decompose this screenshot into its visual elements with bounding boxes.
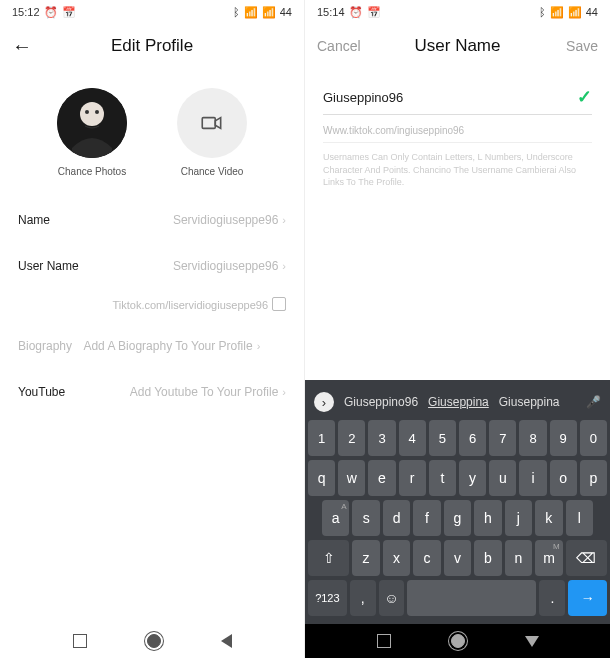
key-w[interactable]: w	[338, 460, 365, 496]
key-s[interactable]: s	[352, 500, 379, 536]
key-h[interactable]: h	[474, 500, 501, 536]
key-comma[interactable]: ,	[350, 580, 376, 616]
key-p[interactable]: p	[580, 460, 607, 496]
key-e[interactable]: e	[368, 460, 395, 496]
svg-rect-4	[202, 118, 215, 129]
biography-field[interactable]: Biography Add A Biography To Your Profil…	[18, 323, 286, 369]
key-g[interactable]: g	[444, 500, 471, 536]
status-time: 15:12	[12, 6, 40, 18]
suggestion[interactable]: Giuseppina	[428, 395, 489, 409]
key-v[interactable]: v	[444, 540, 472, 576]
chevron-right-icon: ›	[282, 214, 286, 226]
key-3[interactable]: 3	[368, 420, 395, 456]
help-text: Usernames Can Only Contain Letters, L Nu…	[323, 151, 592, 189]
wifi-icon: 📶	[262, 6, 276, 19]
alarm-icon: ⏰	[44, 6, 58, 19]
url-preview: Www.tiktok.com/ingiuseppino96	[323, 125, 592, 143]
username-label: User Name	[18, 259, 79, 273]
keyboard: › Giuseppino96 Giuseppina Giuseppina 🎤 1…	[305, 380, 610, 624]
key-f[interactable]: f	[413, 500, 440, 536]
key-2[interactable]: 2	[338, 420, 365, 456]
key-b[interactable]: b	[474, 540, 502, 576]
key-i[interactable]: i	[519, 460, 546, 496]
svg-point-3	[95, 110, 99, 114]
key-o[interactable]: o	[550, 460, 577, 496]
key-9[interactable]: 9	[550, 420, 577, 456]
bluetooth-icon: ᛒ	[539, 6, 546, 18]
key-8[interactable]: 8	[519, 420, 546, 456]
back-button[interactable]	[525, 636, 539, 647]
cancel-button[interactable]: Cancel	[317, 38, 367, 54]
change-video[interactable]: Chance Video	[177, 88, 247, 177]
key-5[interactable]: 5	[429, 420, 456, 456]
chevron-right-icon: ›	[257, 340, 261, 352]
back-button[interactable]	[221, 634, 232, 648]
key-enter[interactable]: →	[568, 580, 607, 616]
suggestion[interactable]: Giuseppino96	[344, 395, 418, 409]
key-y[interactable]: y	[459, 460, 486, 496]
key-q[interactable]: q	[308, 460, 335, 496]
video-placeholder[interactable]	[177, 88, 247, 158]
bio-label: Biography	[18, 339, 72, 353]
key-r[interactable]: r	[399, 460, 426, 496]
key-d[interactable]: d	[383, 500, 410, 536]
key-t[interactable]: t	[429, 460, 456, 496]
key-u[interactable]: u	[489, 460, 516, 496]
key-a[interactable]: aA	[322, 500, 349, 536]
key-space[interactable]	[407, 580, 536, 616]
signal-icon: 📶	[550, 6, 564, 19]
name-field[interactable]: Name Servidiogiuseppe96›	[18, 197, 286, 243]
page-title: User Name	[367, 36, 548, 56]
chevron-right-icon: ›	[282, 260, 286, 272]
key-z[interactable]: z	[352, 540, 380, 576]
avatar[interactable]	[57, 88, 127, 158]
username-field[interactable]: User Name Servidiogiuseppe96›	[18, 243, 286, 289]
svg-point-2	[85, 110, 89, 114]
change-photo[interactable]: Chance Photos	[57, 88, 127, 177]
expand-icon[interactable]: ›	[314, 392, 334, 412]
back-icon[interactable]: ←	[12, 35, 32, 57]
calendar-icon: 📅	[62, 6, 76, 19]
username-input-value: Giuseppino96	[323, 90, 403, 105]
home-button[interactable]	[451, 634, 465, 648]
key-m[interactable]: mM	[535, 540, 563, 576]
calendar-icon: 📅	[367, 6, 381, 19]
key-j[interactable]: j	[505, 500, 532, 536]
recent-apps-button[interactable]	[377, 634, 391, 648]
save-button[interactable]: Save	[548, 38, 598, 54]
copy-icon[interactable]	[274, 299, 286, 311]
change-photo-label: Chance Photos	[58, 166, 126, 177]
nav-bar: ← Edit Profile	[0, 24, 304, 68]
key-n[interactable]: n	[505, 540, 533, 576]
keyboard-suggestions: › Giuseppino96 Giuseppina Giuseppina 🎤	[308, 384, 607, 420]
key-c[interactable]: c	[413, 540, 441, 576]
key-x[interactable]: x	[383, 540, 411, 576]
keyboard-row-2: aA s d f g h j k l	[308, 500, 607, 536]
key-6[interactable]: 6	[459, 420, 486, 456]
suggestion[interactable]: Giuseppina	[499, 395, 560, 409]
key-shift[interactable]: ⇧	[308, 540, 349, 576]
key-7[interactable]: 7	[489, 420, 516, 456]
recent-apps-button[interactable]	[73, 634, 87, 648]
key-0[interactable]: 0	[580, 420, 607, 456]
key-k[interactable]: k	[535, 500, 562, 536]
youtube-field[interactable]: YouTube Add Youtube To Your Profile›	[18, 369, 286, 415]
key-4[interactable]: 4	[399, 420, 426, 456]
key-backspace[interactable]: ⌫	[566, 540, 607, 576]
status-bar: 15:12 ⏰ 📅 ᛒ 📶 📶 44	[0, 0, 304, 24]
edit-profile-screen: 15:12 ⏰ 📅 ᛒ 📶 📶 44 ← Edit Profile Chance…	[0, 0, 305, 658]
key-l[interactable]: l	[566, 500, 593, 536]
key-1[interactable]: 1	[308, 420, 335, 456]
keyboard-row-numbers: 1 2 3 4 5 6 7 8 9 0	[308, 420, 607, 456]
key-period[interactable]: .	[539, 580, 565, 616]
home-button[interactable]	[147, 634, 161, 648]
android-nav-bar	[0, 624, 304, 658]
mic-icon[interactable]: 🎤	[586, 395, 601, 409]
key-symbols[interactable]: ?123	[308, 580, 347, 616]
profile-url[interactable]: Tiktok.com/liservidiogiuseppe96	[0, 299, 304, 323]
username-input[interactable]: Giuseppino96 ✓	[323, 86, 592, 115]
key-emoji[interactable]: ☺	[379, 580, 405, 616]
signal-icon: 📶	[244, 6, 258, 19]
android-nav-bar	[305, 624, 610, 658]
field-list: Name Servidiogiuseppe96› User Name Servi…	[0, 187, 304, 299]
